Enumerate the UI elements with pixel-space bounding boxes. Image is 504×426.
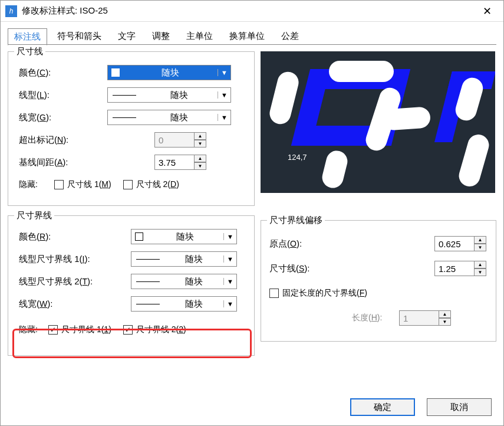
offset-dimline-input[interactable] — [434, 261, 475, 276]
spin-up-icon: ▲ — [195, 132, 206, 140]
chevron-down-icon: ▼ — [223, 300, 236, 307]
tab-fit[interactable]: 调整 — [146, 28, 176, 45]
dimline-color-label: 颜色(C): — [19, 67, 107, 78]
tabs: 标注线 符号和箭头 文字 调整 主单位 换算单位 公差 — [1, 22, 503, 45]
color-swatch-icon — [135, 232, 143, 241]
extline-lt2-value: 随块 — [164, 276, 223, 287]
offset-fixed-checkbox[interactable]: 固定长度的尺寸界线(F) — [269, 288, 367, 299]
window-title: 修改标注样式: ISO-25 — [22, 5, 475, 17]
dimline-lineweight-select[interactable]: 随块 ▼ — [107, 110, 231, 125]
group-extline: 尺寸界线 颜色(R): 随块 ▼ 线型尺寸界线 1(I): 随块 ▼ 线型尺寸界 — [8, 215, 255, 356]
extline-lt1-label: 线型尺寸界线 1(I): — [19, 254, 131, 265]
dimline-lineweight-value: 随块 — [141, 112, 218, 123]
spin-down-icon[interactable]: ▼ — [195, 162, 206, 170]
dimline-hide1-checkbox[interactable]: 尺寸线 1(M) — [54, 179, 111, 190]
line-icon — [113, 95, 136, 96]
dimline-color-value: 随块 — [123, 67, 218, 78]
dimline-color-select[interactable]: 随块 ▼ — [107, 65, 231, 80]
preview: 124,7 — [261, 51, 495, 193]
offset-len-input — [399, 310, 439, 326]
line-icon — [136, 259, 160, 260]
chevron-down-icon: ▼ — [223, 255, 236, 263]
extline-color-select[interactable]: 随块 ▼ — [131, 229, 237, 244]
dimline-extend-input — [154, 132, 195, 148]
extline-lt2-label: 线型尺寸界线 2(T): — [19, 276, 131, 287]
dimline-linetype-label: 线型(L): — [19, 90, 107, 101]
group-offset: 尺寸界线偏移 原点(O): ▲▼ 尺寸线(S): ▲▼ 固定长 — [261, 220, 496, 342]
chevron-down-icon: ▼ — [218, 91, 230, 99]
dimline-linetype-select[interactable]: 随块 ▼ — [107, 87, 231, 103]
extline-lw-label: 线宽(W): — [19, 299, 131, 310]
extline-lt2-select[interactable]: 随块 ▼ — [131, 274, 237, 289]
chevron-down-icon: ▼ — [223, 278, 236, 285]
extline-hide2-checkbox[interactable]: ✓尺寸界线 2(2) — [123, 325, 186, 335]
extline-hide1-checkbox[interactable]: ✓尺寸界线 1(1) — [48, 325, 111, 335]
extline-color-value: 随块 — [147, 231, 223, 243]
tab-text[interactable]: 文字 — [111, 28, 142, 45]
offset-origin-spinner[interactable]: ▲▼ — [434, 236, 487, 251]
cancel-button[interactable]: 取消 — [427, 398, 492, 416]
line-icon — [136, 304, 160, 304]
preview-text: 124,7 — [288, 153, 307, 162]
group-dimline-title: 尺寸线 — [14, 46, 45, 57]
spin-up-icon[interactable]: ▲ — [475, 261, 486, 268]
offset-len-spinner: ▲▼ — [399, 310, 452, 326]
extline-lw-value: 随块 — [164, 299, 223, 310]
extline-lw-select[interactable]: 随块 ▼ — [131, 296, 237, 312]
line-icon — [113, 117, 136, 118]
dimline-extend-label: 超出标记(N): — [19, 135, 107, 146]
chevron-down-icon: ▼ — [223, 233, 236, 240]
dimline-baseline-label: 基线间距(A): — [19, 157, 107, 168]
chevron-down-icon: ▼ — [218, 114, 230, 121]
spin-down-icon[interactable]: ▼ — [475, 244, 486, 251]
dimline-hide-label: 隐藏: — [19, 179, 54, 190]
line-icon — [136, 281, 160, 282]
dimline-linetype-value: 随块 — [141, 90, 218, 101]
dimline-lineweight-label: 线宽(G): — [19, 112, 107, 123]
tab-primary[interactable]: 主单位 — [180, 28, 219, 45]
group-offset-title: 尺寸界线偏移 — [267, 215, 325, 226]
close-icon[interactable]: ✕ — [475, 5, 499, 18]
spin-down-icon: ▼ — [439, 318, 451, 326]
offset-dimline-spinner[interactable]: ▲▼ — [434, 261, 487, 276]
extline-lt1-value: 随块 — [164, 254, 223, 265]
extline-color-label: 颜色(R): — [19, 231, 131, 243]
spin-down-icon[interactable]: ▼ — [475, 268, 486, 276]
dimline-hide2-checkbox[interactable]: 尺寸线 2(D) — [123, 179, 179, 190]
offset-origin-input[interactable] — [434, 236, 475, 251]
tab-symbols[interactable]: 符号和箭头 — [51, 28, 108, 45]
spin-up-icon[interactable]: ▲ — [475, 236, 486, 244]
dimline-baseline-input[interactable] — [154, 155, 195, 170]
group-dimline: 尺寸线 颜色(C): 随块 ▼ 线型(L): 随块 ▼ 线宽(G): — [8, 51, 255, 206]
extline-lt1-select[interactable]: 随块 ▼ — [131, 251, 237, 267]
spin-up-icon: ▲ — [439, 310, 451, 318]
ok-button[interactable]: 确定 — [350, 398, 415, 416]
chevron-down-icon: ▼ — [218, 69, 230, 76]
extline-hide-label: 隐藏: — [19, 325, 48, 335]
offset-len-label: 长度(H): — [352, 313, 399, 323]
dimline-baseline-spinner[interactable]: ▲▼ — [154, 155, 207, 170]
tab-tolerance[interactable]: 公差 — [275, 28, 305, 45]
dimline-extend-spinner: ▲▼ — [154, 132, 207, 148]
color-swatch-icon — [111, 68, 120, 77]
spin-down-icon: ▼ — [195, 140, 206, 148]
offset-dimline-label: 尺寸线(S): — [269, 263, 346, 274]
group-extline-title: 尺寸界线 — [14, 210, 54, 221]
app-icon: h — [5, 5, 17, 17]
offset-origin-label: 原点(O): — [269, 238, 346, 250]
tab-alternate[interactable]: 换算单位 — [223, 28, 271, 45]
spin-up-icon[interactable]: ▲ — [195, 155, 206, 162]
tab-lines[interactable]: 标注线 — [8, 28, 47, 45]
